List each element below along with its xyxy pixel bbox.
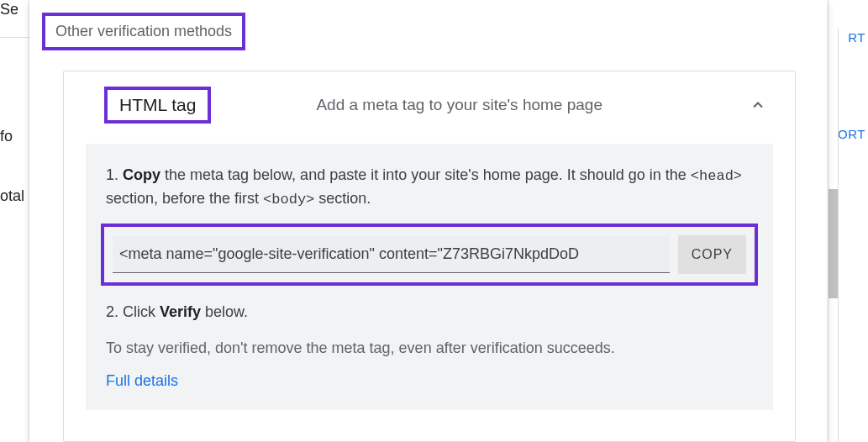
- html-tag-card: HTML tag Add a meta tag to your site's h…: [63, 71, 796, 442]
- step-bold: Verify: [160, 303, 201, 320]
- section-header-label: Other verification methods: [55, 23, 232, 39]
- full-details-link[interactable]: Full details: [106, 372, 178, 389]
- step-bold: Copy: [123, 166, 160, 183]
- meta-tag-input[interactable]: [113, 236, 670, 273]
- card-subtitle: Add a meta tag to your site's home page: [169, 96, 750, 114]
- copy-button[interactable]: COPY: [678, 235, 746, 274]
- step-text: section.: [314, 190, 371, 207]
- bg-text-fragment: RT: [848, 30, 865, 45]
- card-body: 1. Copy the meta tag below, and paste it…: [86, 144, 773, 410]
- background-left: Se fo otal: [0, 0, 29, 442]
- scrollbar-thumb[interactable]: [829, 189, 838, 298]
- bg-text-fragment: otal: [0, 187, 24, 205]
- verification-modal: Other verification methods HTML tag Add …: [29, 0, 828, 442]
- step-1-text: 1. Copy the meta tag below, and paste it…: [106, 164, 753, 212]
- meta-tag-row: COPY: [101, 224, 758, 286]
- card-header[interactable]: HTML tag Add a meta tag to your site's h…: [64, 71, 795, 139]
- bg-text-fragment: ORT: [838, 127, 865, 141]
- section-header-other-methods: Other verification methods: [42, 13, 245, 50]
- bg-border: [838, 28, 839, 442]
- code-inline: <head>: [691, 168, 742, 184]
- step-text: section, before the first: [106, 190, 263, 207]
- step-prefix: 1.: [106, 166, 123, 183]
- chevron-up-icon[interactable]: [750, 97, 766, 113]
- step-text: the meta tag below, and paste it into yo…: [160, 166, 691, 183]
- step-2-text: 2. Click Verify below.: [106, 301, 753, 324]
- code-inline: <body>: [263, 192, 314, 208]
- bg-text-fragment: fo: [0, 128, 13, 145]
- bg-divider: [0, 37, 29, 38]
- step-text: below.: [201, 303, 248, 320]
- step-prefix: 2. Click: [106, 303, 160, 320]
- note-text: To stay verified, don't remove the meta …: [106, 339, 753, 357]
- bg-text-fragment: Se: [0, 1, 18, 18]
